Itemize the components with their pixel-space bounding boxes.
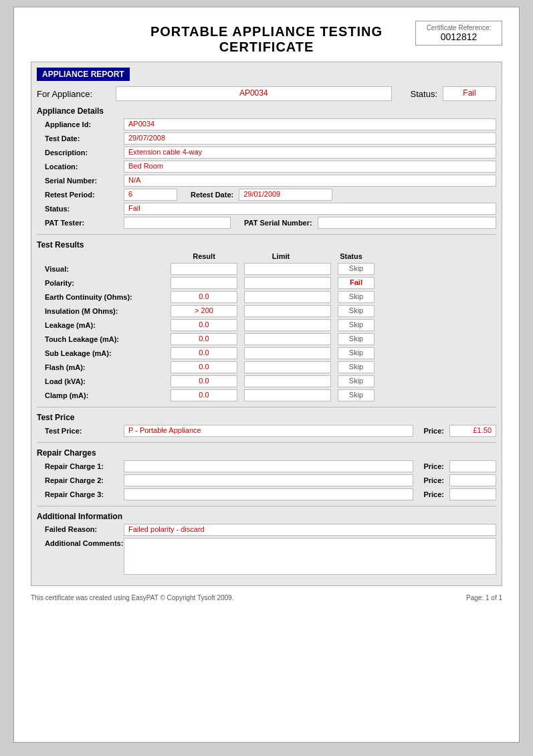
location-value[interactable]: Bed Room [124,161,496,173]
repair-label-1: Repair Charge 2: [37,476,124,484]
for-appliance-input[interactable]: AP0034 [116,86,392,101]
additional-info-title: Additional Information [37,512,496,521]
retest-date-input[interactable]: 29/01/2009 [239,189,332,201]
repair-charges-section: Repair Charges Repair Charge 1: Price: R… [37,448,496,500]
status-row: Status: Fail [37,203,496,215]
tr-col-status-header: Status [324,252,378,260]
test-limit-input-1[interactable] [244,277,331,289]
repair-desc-input-2[interactable] [124,488,413,500]
retest-period-input[interactable]: 6 [124,189,177,201]
test-date-label: Test Date: [37,134,124,143]
test-status-badge-3: Skip [338,305,375,317]
test-price-value-input[interactable]: £1.50 [449,425,496,437]
status-field-label: Status: [37,205,124,213]
repair-row: Repair Charge 3: Price: [37,488,496,500]
location-label: Location: [37,163,124,171]
test-rows-container: Visual: Skip Polarity: Fail Earth Contin… [37,263,496,401]
test-result-input-7[interactable]: 0.0 [171,361,237,373]
appliance-report-header: APPLIANCE REPORT [37,68,130,81]
pat-serial-input[interactable] [318,217,496,229]
appliance-details-section: Appliance Details Appliance Id: AP0034 T… [37,106,496,229]
repair-desc-input-1[interactable] [124,474,413,486]
test-price-row: Test Price: P - Portable Appliance Price… [37,425,496,437]
serial-number-value[interactable]: N/A [124,175,496,187]
test-status-badge-7: Skip [338,361,375,373]
divider-2 [37,407,496,407]
additional-comments-textarea[interactable] [124,538,496,575]
test-row-label-8: Load (kVA): [37,377,171,385]
pat-tester-row: PAT Tester: PAT Serial Number: [37,217,496,229]
test-row: Insulation (M Ohms): > 200 Skip [37,305,496,317]
pat-tester-input[interactable] [124,217,231,229]
test-limit-input-3[interactable] [244,305,331,317]
divider-4 [37,506,496,506]
test-row-label-1: Polarity: [37,279,171,287]
test-row-label-5: Touch Leakage (mA): [37,335,171,343]
failed-reason-label: Failed Reason: [37,524,124,533]
repair-price-input-2[interactable] [449,488,496,500]
failed-reason-input[interactable]: Failed polarity - discard [124,524,496,536]
tr-col-limit-header: Limit [237,252,324,260]
repair-price-label-1: Price: [423,476,444,484]
test-row-label-2: Earth Continuity (Ohms): [37,293,171,301]
test-result-input-8[interactable]: 0.0 [171,375,237,387]
test-date-value[interactable]: 29/07/2008 [124,132,496,145]
repair-row: Repair Charge 2: Price: [37,474,496,486]
test-status-badge-9: Skip [338,389,375,401]
test-limit-input-2[interactable] [244,291,331,303]
cert-ref-number: 0012812 [421,31,496,42]
page-header: PORTABLE APPLIANCE TESTING CERTIFICATE C… [31,21,502,55]
status-value-field[interactable]: Fail [443,86,496,101]
test-result-input-0[interactable] [171,263,237,275]
test-row: Load (kVA): 0.0 Skip [37,375,496,387]
test-limit-input-8[interactable] [244,375,331,387]
pat-serial-label: PAT Serial Number: [244,219,312,227]
test-results-title: Test Results [37,240,496,250]
additional-comments-label: Additional Comments: [37,538,124,547]
test-result-input-9[interactable]: 0.0 [171,389,237,401]
test-price-desc-input[interactable]: P - Portable Appliance [124,425,413,437]
test-result-input-4[interactable]: 0.0 [171,319,237,331]
test-status-badge-1: Fail [338,277,375,289]
test-limit-input-7[interactable] [244,361,331,373]
test-price-title: Test Price [37,413,496,422]
repair-price-input-1[interactable] [449,474,496,486]
cert-ref-box: Certificate Reference: 0012812 [415,21,502,45]
additional-info-section: Additional Information Failed Reason: Fa… [37,512,496,575]
test-result-input-1[interactable] [171,277,237,289]
test-status-badge-0: Skip [338,263,375,275]
appliance-id-label: Appliance Id: [37,120,124,128]
test-result-input-5[interactable]: 0.0 [171,333,237,345]
test-row: Clamp (mA): 0.0 Skip [37,389,496,401]
repair-desc-input-0[interactable] [124,460,413,472]
test-limit-input-9[interactable] [244,389,331,401]
test-row-label-6: Sub Leakage (mA): [37,349,171,357]
description-label: Description: [37,149,124,157]
status-field-value[interactable]: Fail [124,203,496,215]
repair-price-input-0[interactable] [449,460,496,472]
test-limit-input-0[interactable] [244,263,331,275]
test-limit-input-4[interactable] [244,319,331,331]
appliance-id-value[interactable]: AP0034 [124,118,496,130]
page: PORTABLE APPLIANCE TESTING CERTIFICATE C… [13,7,520,743]
test-limit-input-6[interactable] [244,347,331,359]
test-result-input-3[interactable]: > 200 [171,305,237,317]
test-limit-input-5[interactable] [244,333,331,345]
test-row: Sub Leakage (mA): 0.0 Skip [37,347,496,359]
for-appliance-row: For Appliance: AP0034 Status: Fail [37,86,496,101]
test-row: Polarity: Fail [37,277,496,289]
test-date-row: Test Date: 29/07/2008 [37,132,496,145]
retest-date-label: Retest Date: [191,191,233,199]
test-row-label-9: Clamp (mA): [37,391,171,399]
serial-number-row: Serial Number: N/A [37,175,496,187]
test-status-badge-8: Skip [338,375,375,387]
description-value[interactable]: Extension cable 4-way [124,147,496,159]
test-row: Flash (mA): 0.0 Skip [37,361,496,373]
appliance-details-title: Appliance Details [37,106,496,116]
test-result-input-6[interactable]: 0.0 [171,347,237,359]
repair-charges-title: Repair Charges [37,448,496,458]
repair-row: Repair Charge 1: Price: [37,460,496,472]
test-result-input-2[interactable]: 0.0 [171,291,237,303]
repair-rows-container: Repair Charge 1: Price: Repair Charge 2:… [37,460,496,500]
serial-number-label: Serial Number: [37,177,124,185]
